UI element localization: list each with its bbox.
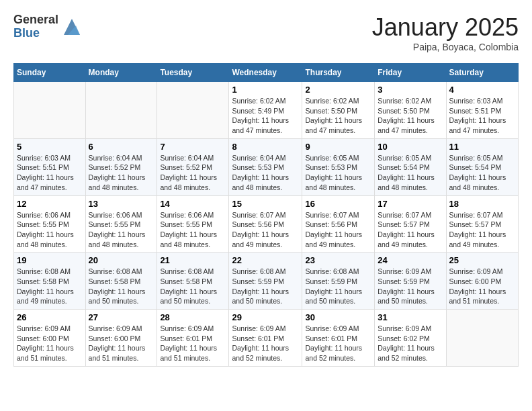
day-number: 17	[378, 199, 443, 209]
logo-general-text: General	[13, 13, 58, 27]
day-info: Sunrise: 6:09 AM Sunset: 6:00 PM Dayligh…	[89, 324, 154, 363]
day-info: Sunrise: 6:07 AM Sunset: 5:56 PM Dayligh…	[232, 210, 299, 250]
logo: General Blue	[13, 13, 83, 40]
calendar-cell: 19Sunrise: 6:08 AM Sunset: 5:58 PM Dayli…	[14, 253, 86, 310]
calendar-table: SundayMondayTuesdayWednesdayThursdayFrid…	[13, 63, 519, 367]
calendar-cell: 29Sunrise: 6:09 AM Sunset: 6:01 PM Dayli…	[229, 310, 302, 367]
calendar-cell: 15Sunrise: 6:07 AM Sunset: 5:56 PM Dayli…	[229, 195, 302, 253]
day-info: Sunrise: 6:06 AM Sunset: 5:55 PM Dayligh…	[89, 210, 154, 250]
day-info: Sunrise: 6:02 AM Sunset: 5:50 PM Dayligh…	[378, 96, 443, 136]
logo-blue-text: Blue	[13, 27, 58, 40]
page-header: General Blue January 2025 Paipa, Boyaca,…	[13, 13, 519, 52]
calendar-week-row: 12Sunrise: 6:06 AM Sunset: 5:55 PM Dayli…	[14, 195, 519, 253]
day-number: 29	[232, 312, 299, 322]
calendar-cell: 16Sunrise: 6:07 AM Sunset: 5:56 PM Dayli…	[302, 195, 375, 253]
calendar-cell: 18Sunrise: 6:07 AM Sunset: 5:57 PM Dayli…	[446, 195, 518, 253]
day-number: 6	[89, 142, 154, 152]
day-number: 14	[160, 199, 226, 209]
day-info: Sunrise: 6:09 AM Sunset: 6:01 PM Dayligh…	[160, 324, 226, 363]
day-info: Sunrise: 6:08 AM Sunset: 5:58 PM Dayligh…	[17, 267, 83, 306]
column-header-friday: Friday	[375, 64, 446, 82]
day-info: Sunrise: 6:09 AM Sunset: 6:01 PM Dayligh…	[305, 324, 371, 363]
calendar-cell: 2Sunrise: 6:02 AM Sunset: 5:50 PM Daylig…	[302, 82, 375, 139]
day-number: 3	[378, 85, 443, 95]
day-number: 11	[449, 142, 515, 152]
calendar-week-row: 1Sunrise: 6:02 AM Sunset: 5:49 PM Daylig…	[14, 82, 519, 139]
calendar-cell: 7Sunrise: 6:04 AM Sunset: 5:52 PM Daylig…	[157, 138, 229, 195]
day-info: Sunrise: 6:04 AM Sunset: 5:52 PM Dayligh…	[89, 153, 154, 193]
column-header-thursday: Thursday	[302, 64, 375, 82]
calendar-cell	[446, 310, 518, 367]
day-number: 20	[89, 255, 154, 265]
day-info: Sunrise: 6:02 AM Sunset: 5:49 PM Dayligh…	[232, 96, 299, 136]
logo-icon	[61, 16, 83, 38]
day-info: Sunrise: 6:09 AM Sunset: 6:01 PM Dayligh…	[232, 324, 299, 363]
calendar-cell: 28Sunrise: 6:09 AM Sunset: 6:01 PM Dayli…	[157, 310, 229, 367]
calendar-cell: 17Sunrise: 6:07 AM Sunset: 5:57 PM Dayli…	[375, 195, 446, 253]
day-number: 2	[305, 85, 371, 95]
column-header-tuesday: Tuesday	[157, 64, 229, 82]
calendar-cell: 8Sunrise: 6:04 AM Sunset: 5:53 PM Daylig…	[229, 138, 302, 195]
calendar-week-row: 5Sunrise: 6:03 AM Sunset: 5:51 PM Daylig…	[14, 138, 519, 195]
day-info: Sunrise: 6:06 AM Sunset: 5:55 PM Dayligh…	[160, 210, 226, 250]
calendar-cell: 13Sunrise: 6:06 AM Sunset: 5:55 PM Dayli…	[85, 195, 157, 253]
calendar-cell: 9Sunrise: 6:05 AM Sunset: 5:53 PM Daylig…	[302, 138, 375, 195]
day-number: 19	[17, 255, 83, 265]
column-header-saturday: Saturday	[446, 64, 518, 82]
day-info: Sunrise: 6:09 AM Sunset: 6:02 PM Dayligh…	[378, 324, 443, 363]
day-info: Sunrise: 6:09 AM Sunset: 6:00 PM Dayligh…	[449, 267, 515, 306]
calendar-title: January 2025	[372, 13, 519, 42]
day-number: 16	[305, 199, 371, 209]
day-number: 18	[449, 199, 515, 209]
day-number: 31	[378, 312, 443, 322]
day-info: Sunrise: 6:07 AM Sunset: 5:57 PM Dayligh…	[378, 210, 443, 250]
calendar-cell: 4Sunrise: 6:03 AM Sunset: 5:51 PM Daylig…	[446, 82, 518, 139]
calendar-cell: 20Sunrise: 6:08 AM Sunset: 5:58 PM Dayli…	[85, 253, 157, 310]
day-info: Sunrise: 6:08 AM Sunset: 5:58 PM Dayligh…	[89, 267, 154, 306]
day-info: Sunrise: 6:09 AM Sunset: 6:00 PM Dayligh…	[17, 324, 83, 363]
day-number: 10	[378, 142, 443, 152]
day-number: 12	[17, 199, 83, 209]
day-number: 7	[160, 142, 226, 152]
day-info: Sunrise: 6:03 AM Sunset: 5:51 PM Dayligh…	[449, 96, 515, 136]
calendar-cell: 31Sunrise: 6:09 AM Sunset: 6:02 PM Dayli…	[375, 310, 446, 367]
day-number: 26	[17, 312, 83, 322]
calendar-cell	[14, 82, 86, 139]
day-number: 1	[232, 85, 299, 95]
day-info: Sunrise: 6:04 AM Sunset: 5:53 PM Dayligh…	[232, 153, 299, 193]
day-number: 22	[232, 255, 299, 265]
day-info: Sunrise: 6:08 AM Sunset: 5:59 PM Dayligh…	[305, 267, 371, 306]
day-info: Sunrise: 6:07 AM Sunset: 5:56 PM Dayligh…	[305, 210, 371, 250]
calendar-week-row: 26Sunrise: 6:09 AM Sunset: 6:00 PM Dayli…	[14, 310, 519, 367]
day-number: 30	[305, 312, 371, 322]
calendar-cell: 10Sunrise: 6:05 AM Sunset: 5:54 PM Dayli…	[375, 138, 446, 195]
day-info: Sunrise: 6:07 AM Sunset: 5:57 PM Dayligh…	[449, 210, 515, 250]
day-info: Sunrise: 6:03 AM Sunset: 5:51 PM Dayligh…	[17, 153, 83, 193]
column-header-sunday: Sunday	[14, 64, 86, 82]
day-number: 5	[17, 142, 83, 152]
title-block: January 2025 Paipa, Boyaca, Colombia	[372, 13, 519, 52]
calendar-cell: 26Sunrise: 6:09 AM Sunset: 6:00 PM Dayli…	[14, 310, 86, 367]
day-number: 23	[305, 255, 371, 265]
calendar-cell: 30Sunrise: 6:09 AM Sunset: 6:01 PM Dayli…	[302, 310, 375, 367]
calendar-cell: 11Sunrise: 6:05 AM Sunset: 5:54 PM Dayli…	[446, 138, 518, 195]
calendar-subtitle: Paipa, Boyaca, Colombia	[372, 42, 519, 52]
day-number: 4	[449, 85, 515, 95]
day-info: Sunrise: 6:05 AM Sunset: 5:54 PM Dayligh…	[449, 153, 515, 193]
calendar-cell	[85, 82, 157, 139]
calendar-cell: 3Sunrise: 6:02 AM Sunset: 5:50 PM Daylig…	[375, 82, 446, 139]
calendar-cell: 12Sunrise: 6:06 AM Sunset: 5:55 PM Dayli…	[14, 195, 86, 253]
calendar-cell: 14Sunrise: 6:06 AM Sunset: 5:55 PM Dayli…	[157, 195, 229, 253]
calendar-cell: 23Sunrise: 6:08 AM Sunset: 5:59 PM Dayli…	[302, 253, 375, 310]
day-number: 28	[160, 312, 226, 322]
day-number: 13	[89, 199, 154, 209]
calendar-cell: 27Sunrise: 6:09 AM Sunset: 6:00 PM Dayli…	[85, 310, 157, 367]
calendar-cell: 5Sunrise: 6:03 AM Sunset: 5:51 PM Daylig…	[14, 138, 86, 195]
day-info: Sunrise: 6:04 AM Sunset: 5:52 PM Dayligh…	[160, 153, 226, 193]
calendar-header-row: SundayMondayTuesdayWednesdayThursdayFrid…	[14, 64, 519, 82]
day-number: 25	[449, 255, 515, 265]
day-info: Sunrise: 6:06 AM Sunset: 5:55 PM Dayligh…	[17, 210, 83, 250]
calendar-cell: 24Sunrise: 6:09 AM Sunset: 5:59 PM Dayli…	[375, 253, 446, 310]
day-info: Sunrise: 6:05 AM Sunset: 5:54 PM Dayligh…	[378, 153, 443, 193]
calendar-cell: 21Sunrise: 6:08 AM Sunset: 5:58 PM Dayli…	[157, 253, 229, 310]
